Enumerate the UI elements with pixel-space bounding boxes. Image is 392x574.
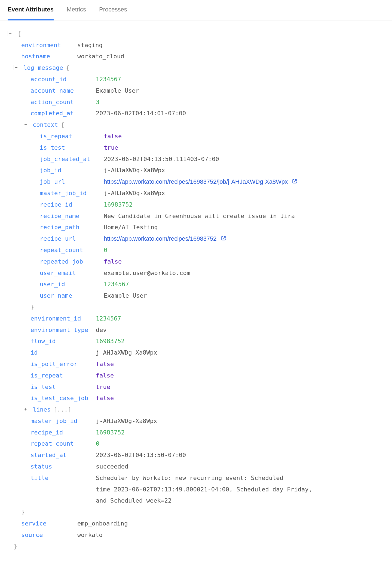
collapse-icon[interactable]: − (14, 65, 19, 70)
json-key[interactable]: repeated_job (40, 256, 101, 267)
job-url-link[interactable]: https://app.workato.com/recipes/16983752… (104, 176, 288, 188)
json-value[interactable]: 0 (96, 438, 99, 449)
json-value[interactable]: 2023-06-02T04:13:50.111403-07:00 (104, 153, 219, 165)
json-viewer: − { environment staging hostname workato… (0, 20, 392, 563)
tabs-bar: Event Attributes Metrics Processes (0, 0, 392, 20)
json-value[interactable]: j-AHJaXWDg-Xa8Wpx (96, 415, 157, 427)
json-key[interactable]: master_job_id (40, 188, 101, 199)
json-value[interactable]: 2023-06-02T04:13:50-07:00 (96, 449, 186, 461)
json-value[interactable]: 1234567 (96, 74, 121, 85)
collapse-icon[interactable]: − (8, 31, 13, 36)
json-key[interactable]: hostname (21, 51, 75, 62)
json-key[interactable]: started_at (30, 449, 93, 461)
tab-event-attributes[interactable]: Event Attributes (8, 0, 54, 20)
json-value[interactable]: 1234567 (104, 279, 129, 290)
json-key[interactable]: master_job_id (30, 415, 93, 427)
json-key[interactable]: service (21, 518, 75, 529)
json-value[interactable]: staging (77, 40, 103, 51)
json-value[interactable]: false (96, 370, 114, 381)
tab-metrics[interactable]: Metrics (67, 0, 86, 20)
json-key[interactable]: action_count (30, 96, 93, 108)
json-value[interactable]: true (96, 381, 110, 393)
json-key[interactable]: job_id (40, 165, 101, 176)
json-value[interactable]: workato (77, 529, 103, 541)
brace-close: } (21, 506, 25, 518)
json-key[interactable]: completed_at (30, 108, 93, 119)
json-value[interactable]: Example User (104, 290, 147, 301)
json-value[interactable]: succeeded (96, 461, 128, 472)
json-value[interactable]: 1234567 (96, 313, 121, 324)
json-key[interactable]: account_id (30, 74, 93, 85)
json-key[interactable]: user_name (40, 290, 101, 301)
json-value[interactable]: emp_onboarding (77, 518, 128, 529)
external-link-icon[interactable] (292, 176, 297, 181)
json-value[interactable]: 0 (104, 244, 107, 256)
expand-icon[interactable]: + (23, 407, 28, 412)
brace-close: } (8, 541, 17, 552)
tab-processes[interactable]: Processes (99, 0, 127, 20)
external-link-icon[interactable] (221, 233, 226, 238)
json-key[interactable]: flow_id (30, 336, 93, 347)
brace-open: { (17, 28, 21, 40)
json-value[interactable]: j-AHJaXWDg-Xa8Wpx (104, 165, 165, 176)
json-value[interactable]: Example User (96, 85, 139, 96)
json-value[interactable]: Home/AI Testing (104, 222, 158, 233)
json-value[interactable]: 2023-06-02T04:14:01-07:00 (96, 108, 186, 119)
brace-open: { (61, 119, 64, 131)
json-value[interactable]: Scheduler by Workato: new recurring even… (96, 472, 322, 506)
json-value[interactable]: 16983752 (96, 427, 125, 438)
json-value[interactable]: false (104, 256, 122, 267)
json-key[interactable]: environment_type (30, 324, 93, 336)
json-value[interactable]: j-AHJaXWDg-Xa8Wpx (104, 188, 165, 199)
json-key[interactable]: log_message (23, 62, 63, 74)
json-value[interactable]: false (96, 358, 114, 370)
json-value[interactable]: 16983752 (104, 199, 133, 210)
json-key[interactable]: recipe_path (40, 222, 101, 233)
json-key[interactable]: status (30, 461, 93, 472)
json-key[interactable]: recipe_id (40, 199, 101, 210)
json-value[interactable]: 16983752 (96, 336, 125, 347)
json-value[interactable]: dev (96, 324, 107, 336)
json-key[interactable]: context (33, 119, 58, 131)
json-key[interactable]: title (30, 472, 93, 484)
json-key[interactable]: source (21, 529, 75, 541)
json-key[interactable]: repeat_count (40, 244, 101, 256)
json-key[interactable]: is_repeat (30, 370, 93, 381)
json-value[interactable]: workato_cloud (77, 51, 124, 62)
json-key[interactable]: recipe_name (40, 210, 101, 222)
json-value[interactable]: j-AHJaXWDg-Xa8Wpx (96, 347, 157, 358)
json-key[interactable]: environment (21, 40, 75, 51)
json-key[interactable]: job_url (40, 176, 101, 188)
json-key[interactable]: is_test_case_job (30, 392, 93, 404)
array-collapsed[interactable]: [...] (53, 404, 71, 415)
json-key[interactable]: is_test (30, 381, 93, 393)
collapse-icon[interactable]: − (23, 122, 28, 127)
json-key[interactable]: is_test (40, 142, 101, 153)
json-value[interactable]: example.user@workato.com (104, 267, 190, 279)
json-value[interactable]: New Candidate in Greenhouse will create … (104, 210, 295, 222)
json-value[interactable]: false (96, 392, 114, 404)
json-key[interactable]: user_id (40, 279, 101, 290)
json-key[interactable]: id (30, 347, 93, 358)
json-key[interactable]: job_created_at (40, 153, 101, 165)
json-value[interactable]: true (104, 142, 118, 153)
json-key[interactable]: is_poll_error (30, 358, 93, 370)
json-key[interactable]: environment_id (30, 313, 93, 324)
json-key[interactable]: user_email (40, 267, 101, 279)
json-key[interactable]: recipe_id (30, 427, 93, 438)
brace-open: { (66, 62, 69, 74)
json-value[interactable]: false (104, 131, 122, 142)
json-key[interactable]: lines (33, 404, 51, 415)
json-key[interactable]: is_repeat (40, 131, 101, 142)
json-key[interactable]: account_name (30, 85, 93, 96)
recipe-url-link[interactable]: https://app.workato.com/recipes/16983752 (104, 233, 217, 244)
json-key[interactable]: recipe_url (40, 233, 101, 244)
json-key[interactable]: repeat_count (30, 438, 93, 449)
json-value[interactable]: 3 (96, 96, 99, 108)
brace-close: } (30, 301, 34, 313)
